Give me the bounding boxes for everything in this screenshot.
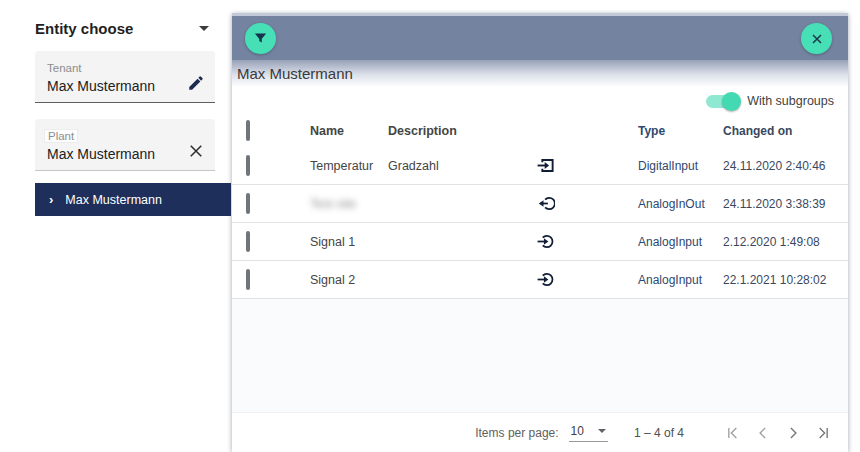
table-row[interactable]: Test site AnalogInOut 24.11.2020 3:38:39	[232, 185, 848, 223]
cell-changed-on: 2.12.2020 1:49:08	[703, 235, 848, 249]
column-header-type[interactable]: Type	[603, 124, 703, 138]
items-per-page-label: Items per page:	[475, 426, 558, 440]
column-header-changed[interactable]: Changed on	[703, 124, 848, 138]
tree-item-entity[interactable]: › Max Mustermann	[35, 183, 231, 216]
close-panel-button[interactable]	[801, 23, 832, 54]
row-checkbox[interactable]	[246, 231, 250, 252]
table-header-row: Name Description Type Changed on	[232, 115, 848, 147]
first-page-button[interactable]	[718, 418, 748, 448]
plant-label: Plant	[44, 129, 78, 143]
input-bracket-icon	[488, 156, 603, 175]
cell-name: Signal 2	[302, 273, 388, 287]
row-checkbox[interactable]	[246, 193, 250, 214]
toggle-thumb[interactable]	[722, 92, 741, 111]
select-all-checkbox[interactable]	[246, 120, 250, 141]
paginator: Items per page: 10 1 – 4 of 4	[232, 412, 848, 452]
plant-value: Max Mustermann	[47, 146, 205, 162]
with-subgroups-label: With subgroups	[747, 94, 834, 108]
filter-button[interactable]	[245, 23, 276, 54]
entity-sidebar: Entity choose Tenant Max Mustermann Plan…	[35, 20, 231, 216]
clear-icon[interactable]	[187, 142, 205, 160]
tenant-value: Max Mustermann	[47, 78, 205, 94]
table-empty-area	[232, 299, 848, 412]
tree-item-label: Max Mustermann	[65, 193, 162, 207]
chevron-right-icon[interactable]: ›	[49, 192, 53, 207]
cell-type: AnalogInOut	[603, 197, 703, 211]
page-range-label: 1 – 4 of 4	[634, 426, 684, 440]
cell-changed-on: 22.1.2021 10:28:02	[703, 273, 848, 287]
collapse-caret-icon[interactable]	[199, 26, 209, 31]
close-icon	[809, 31, 825, 47]
edit-icon[interactable]	[187, 74, 205, 92]
previous-page-button[interactable]	[748, 418, 778, 448]
with-subgroups-toggle[interactable]	[706, 95, 739, 108]
tenant-field[interactable]: Tenant Max Mustermann	[35, 51, 215, 103]
column-header-description[interactable]: Description	[388, 124, 488, 138]
circle-arrow-in-icon	[488, 232, 603, 251]
column-header-name[interactable]: Name	[302, 124, 388, 138]
cell-type: AnalogInput	[603, 235, 703, 249]
signals-panel: Max Mustermann With subgroups Name Descr…	[232, 13, 848, 452]
cell-name: Temperatur	[302, 159, 388, 173]
panel-toolbar	[232, 13, 848, 60]
circle-arrow-out-icon	[488, 194, 603, 213]
cell-type: AnalogInput	[603, 273, 703, 287]
cell-changed-on: 24.11.2020 2:40:46	[703, 159, 848, 173]
chevron-down-icon	[598, 429, 606, 433]
cell-changed-on: 24.11.2020 3:38:39	[703, 197, 848, 211]
table-row[interactable]: Signal 1 AnalogInput 2.12.2020 1:49:08	[232, 223, 848, 261]
tenant-label: Tenant	[47, 62, 82, 74]
cell-name: Test site	[302, 197, 388, 211]
items-per-page-select[interactable]: 10	[569, 424, 608, 442]
row-checkbox[interactable]	[246, 269, 250, 290]
panel-title: Max Mustermann	[237, 65, 353, 82]
row-checkbox[interactable]	[246, 155, 250, 176]
table-row[interactable]: Signal 2 AnalogInput 22.1.2021 10:28:02	[232, 261, 848, 299]
cell-name: Signal 1	[302, 235, 388, 249]
panel-title-strip: Max Mustermann	[232, 60, 848, 87]
next-page-button[interactable]	[778, 418, 808, 448]
cell-type: DigitalInput	[603, 159, 703, 173]
cell-description: Gradzahl	[388, 159, 488, 173]
sidebar-title: Entity choose	[35, 20, 133, 37]
last-page-button[interactable]	[808, 418, 838, 448]
table-row[interactable]: Temperatur Gradzahl DigitalInput 24.11.2…	[232, 147, 848, 185]
items-per-page-value: 10	[571, 424, 584, 438]
funnel-icon	[252, 30, 269, 47]
circle-arrow-in-icon	[488, 270, 603, 289]
plant-field[interactable]: Plant Max Mustermann	[35, 119, 215, 171]
